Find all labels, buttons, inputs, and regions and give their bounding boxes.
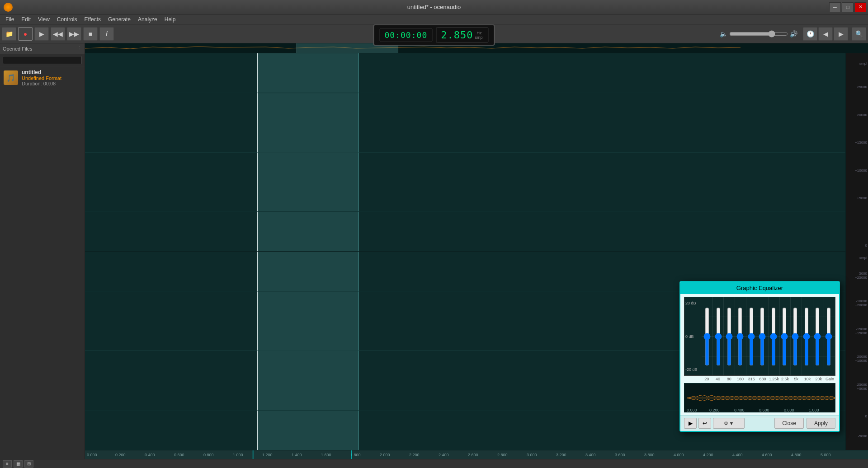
svg-text:0.800: 0.800 bbox=[203, 453, 214, 457]
search-input[interactable] bbox=[3, 56, 82, 64]
svg-text:2.400: 2.400 bbox=[439, 453, 449, 457]
volume-high-icon: 🔊 bbox=[790, 30, 797, 37]
volume-control: 🔈 🔊 bbox=[720, 30, 797, 37]
amp-label-25k-1: +25000 bbox=[855, 85, 867, 89]
amp-label-0-2: 0 bbox=[865, 414, 867, 418]
svg-text:2.000: 2.000 bbox=[380, 453, 390, 457]
stop-button[interactable]: ■ bbox=[83, 27, 98, 41]
freq-sub: smpl bbox=[475, 35, 483, 40]
eq-settings-button[interactable]: ⚙ ▼ bbox=[713, 418, 745, 429]
time-display-panel: 00:00:00 2.850 Hz smpl bbox=[373, 24, 495, 46]
eq-slider-1250hz[interactable] bbox=[770, 307, 777, 366]
freq-label-315: 315 bbox=[746, 377, 757, 381]
svg-text:0.000: 0.000 bbox=[687, 408, 697, 412]
sidebar-search-area bbox=[0, 54, 85, 66]
menu-item-generate[interactable]: Generate bbox=[104, 15, 134, 23]
eq-slider-630hz[interactable] bbox=[759, 307, 766, 366]
svg-text:4.200: 4.200 bbox=[703, 453, 713, 457]
eq-slider-20hz[interactable] bbox=[703, 307, 711, 366]
eq-back-button[interactable]: ↩ bbox=[698, 418, 711, 429]
file-item[interactable]: 🎵 untitled Undefined Format Duration: 00… bbox=[0, 66, 85, 89]
freq-label-40: 40 bbox=[712, 377, 724, 381]
eq-play-button[interactable]: ▶ bbox=[684, 418, 697, 429]
window-title: untitled* - ocenaudio bbox=[407, 4, 461, 10]
amp-label-10k-1: +10000 bbox=[855, 168, 867, 173]
amp-label-0-1: 0 bbox=[865, 243, 867, 248]
grid-view-button[interactable]: ▦ bbox=[14, 460, 23, 468]
right-toolbar: 🕐 ◀ ▶ bbox=[803, 27, 848, 41]
freq-label-80: 80 bbox=[724, 377, 735, 381]
prev-button[interactable]: ◀◀ bbox=[51, 27, 65, 41]
eq-slider-40hz[interactable] bbox=[715, 307, 722, 366]
amp-label-25k-2: +25000 bbox=[855, 276, 867, 280]
eq-close-button[interactable]: Close bbox=[774, 418, 804, 429]
eq-freq-labels: 20 40 80 160 315 630 1.25k 2.5k 5k 10k 2… bbox=[684, 377, 835, 381]
eq-slider-2500hz[interactable] bbox=[781, 307, 788, 366]
eq-slider-80hz[interactable] bbox=[726, 307, 733, 366]
menu-item-controls[interactable]: Controls bbox=[53, 15, 81, 23]
sidebar: Opened Files ⋮ 🎵 untitled Undefined Form… bbox=[0, 43, 85, 459]
freq-unit: Hz bbox=[476, 31, 481, 35]
menu-item-view[interactable]: View bbox=[34, 15, 53, 23]
svg-text:0.400: 0.400 bbox=[145, 453, 155, 457]
svg-text:2.200: 2.200 bbox=[409, 453, 420, 457]
sidebar-handle[interactable]: ⋮ bbox=[77, 46, 82, 51]
volume-low-icon: 🔈 bbox=[720, 30, 727, 37]
amp-label-n25k-1: -25000 bbox=[856, 383, 867, 387]
freq-label-160: 160 bbox=[735, 377, 746, 381]
menu-item-edit[interactable]: Edit bbox=[18, 15, 34, 23]
eq-title: Graphic Equalizer bbox=[736, 285, 783, 291]
eq-mini-waveform[interactable]: 0.000 0.200 0.400 0.600 0.800 1.000 bbox=[684, 383, 835, 412]
volume-slider[interactable] bbox=[729, 30, 788, 37]
eq-slider-5khz[interactable] bbox=[792, 307, 799, 366]
opened-files-label: Opened Files bbox=[3, 46, 32, 51]
minimize-button[interactable]: ─ bbox=[829, 2, 841, 12]
list-view-button[interactable]: ≡ bbox=[3, 460, 12, 468]
amp-label-5k-2: +5000 bbox=[857, 387, 867, 391]
settings-arrow: ▼ bbox=[729, 421, 734, 426]
window-controls: ─ □ ✕ bbox=[829, 2, 866, 12]
svg-text:0.400: 0.400 bbox=[734, 408, 745, 412]
svg-text:3.200: 3.200 bbox=[556, 453, 566, 457]
status-bar: ≡ ▦ ⊞ bbox=[0, 459, 868, 468]
maximize-button[interactable]: □ bbox=[842, 2, 854, 12]
info-button[interactable]: i bbox=[99, 27, 114, 41]
clock-button[interactable]: 🕐 bbox=[803, 27, 817, 41]
svg-text:1.000: 1.000 bbox=[809, 408, 819, 412]
detail-view-button[interactable]: ⊞ bbox=[24, 460, 33, 468]
amplitude-ruler: smpl +25000 +20000 +15000 +10000 +5000 0… bbox=[845, 53, 868, 450]
amp-label-n5k-1: -5000 bbox=[858, 271, 867, 276]
close-button[interactable]: ✕ bbox=[854, 2, 866, 12]
freq-label-10k: 10k bbox=[802, 377, 813, 381]
eq-action-buttons: Close Apply bbox=[774, 418, 835, 429]
eq-slider-20khz[interactable] bbox=[814, 307, 821, 366]
bottom-ruler: 0.000 0.200 0.400 0.600 0.800 1.000 1.20… bbox=[85, 450, 868, 459]
zoom-right-button[interactable]: ▶ bbox=[834, 27, 848, 41]
amp-label-20k-1: +20000 bbox=[855, 113, 867, 117]
eq-apply-button[interactable]: Apply bbox=[807, 418, 835, 429]
svg-text:1.600: 1.600 bbox=[321, 453, 331, 457]
menu-item-effects[interactable]: Effects bbox=[81, 15, 104, 23]
eq-slider-160hz[interactable] bbox=[736, 307, 744, 366]
menu-item-file[interactable]: File bbox=[2, 15, 18, 23]
svg-text:0.200: 0.200 bbox=[709, 408, 720, 412]
eq-slider-315hz[interactable] bbox=[748, 307, 755, 366]
freq-label-20k: 20k bbox=[813, 377, 825, 381]
record-button[interactable]: ● bbox=[18, 27, 33, 41]
search-button[interactable]: 🔍 bbox=[852, 27, 866, 41]
file-icon: 🎵 bbox=[4, 70, 18, 85]
amp-label-smpl-2: smpl bbox=[859, 256, 867, 260]
ruler-svg: 0.000 0.200 0.400 0.600 0.800 1.000 1.20… bbox=[86, 450, 845, 459]
amp-label-smpl-1: smpl bbox=[859, 61, 867, 66]
eq-slider-10khz[interactable] bbox=[803, 307, 810, 366]
new-file-button[interactable]: 📁 bbox=[2, 27, 16, 41]
play-button[interactable]: ▶ bbox=[34, 27, 49, 41]
svg-text:2.800: 2.800 bbox=[497, 453, 508, 457]
eq-slider-gain[interactable] bbox=[825, 307, 832, 366]
zoom-left-button[interactable]: ◀ bbox=[818, 27, 833, 41]
menu-item-help[interactable]: Help bbox=[161, 15, 179, 23]
svg-text:3.800: 3.800 bbox=[644, 453, 655, 457]
next-button[interactable]: ▶▶ bbox=[67, 27, 81, 41]
menu-item-analyze[interactable]: Analyze bbox=[134, 15, 161, 23]
svg-text:4.600: 4.600 bbox=[762, 453, 772, 457]
